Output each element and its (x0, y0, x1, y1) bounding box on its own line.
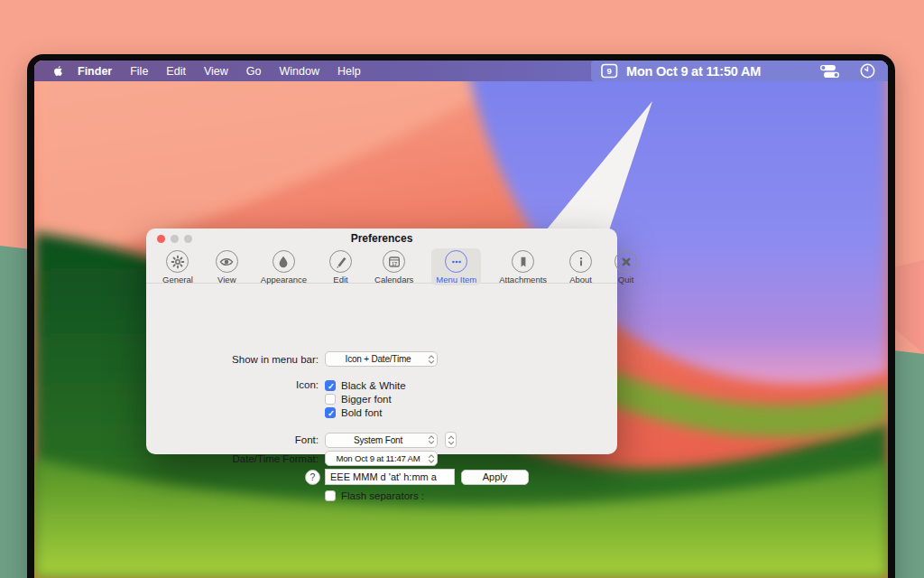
window-title: Preferences (146, 228, 617, 248)
control-center-icon[interactable] (819, 64, 840, 79)
chevron-up-down-icon (425, 434, 437, 445)
apple-logo-icon (52, 64, 64, 78)
traffic-lights (157, 235, 192, 243)
toolbar-item-about[interactable]: About (565, 248, 596, 285)
zoom-window-button[interactable] (184, 235, 192, 243)
gear-icon (166, 250, 189, 273)
icon-options-label: Icon: (146, 378, 325, 392)
checkbox-row[interactable]: Flash separators : (325, 489, 424, 502)
bigger-font-checkbox[interactable] (325, 394, 336, 405)
eye-icon (216, 250, 238, 273)
format-input[interactable] (325, 469, 455, 485)
chevron-up-down-icon (425, 453, 437, 464)
toolbar-label: Appearance (261, 275, 307, 284)
row-show-in-menu-bar: Show in menu bar: Icon + Date/Time (146, 351, 617, 367)
pencil-icon (329, 250, 352, 273)
selected-value: System Font (326, 435, 425, 445)
datetime-format-label: Date/Time Format: (146, 453, 325, 464)
preferences-toolbar: General View Appearance (146, 247, 617, 284)
menu-bar: Finder File Edit View Go Window Help 9 M… (34, 61, 888, 81)
toolbar-label: View (217, 275, 236, 284)
menubar-item-help[interactable]: Help (328, 65, 370, 78)
toolbar-item-view[interactable]: View (211, 248, 243, 285)
menubar-item-view[interactable]: View (195, 65, 237, 78)
toolbar-label: General (162, 275, 193, 284)
icon-checkbox-group: Black & White Bigger font Bold font (325, 378, 406, 419)
bookmark-icon (512, 250, 534, 273)
font-select[interactable]: System Font (325, 433, 438, 448)
ellipsis-icon (445, 250, 467, 273)
selected-value: Mon Oct 9 at 11:47 AM (326, 453, 425, 463)
menubar-status-area[interactable]: 9 Mon Oct 9 at 11:50 AM (591, 61, 888, 81)
chevron-up-down-icon (425, 354, 437, 365)
droplet-icon (273, 250, 295, 273)
calendar-icon: 17 (383, 250, 405, 273)
toolbar-item-general[interactable]: General (158, 248, 198, 285)
menubar-calendar-icon[interactable]: 9 (601, 63, 618, 79)
row-font: Font: System Font (146, 432, 617, 448)
apply-button[interactable]: Apply (461, 470, 529, 485)
black-white-checkbox[interactable] (325, 380, 336, 391)
show-in-menu-bar-select[interactable]: Icon + Date/Time (325, 351, 438, 367)
toolbar-label: Quit (618, 275, 633, 284)
minimize-window-button[interactable] (171, 235, 179, 243)
row-icon-options: Icon: Black & White Bigger font Bold fon… (146, 378, 617, 419)
preferences-window: Preferences General (146, 228, 617, 454)
font-size-stepper[interactable] (445, 432, 457, 448)
toolbar-item-attachments[interactable]: Attachments (494, 248, 551, 285)
clock-icon[interactable] (860, 63, 875, 79)
checkbox-label: Bold font (341, 407, 382, 418)
toolbar-item-appearance[interactable]: Appearance (256, 248, 311, 285)
row-datetime-format: Date/Time Format: Mon Oct 9 at 11:47 AM (146, 451, 617, 466)
svg-text:17: 17 (392, 260, 397, 266)
checkbox-label: Flash separators : (341, 490, 424, 501)
toolbar-label: Menu Item (436, 275, 476, 284)
flash-separators-checkbox[interactable] (325, 490, 336, 501)
menubar-app-name[interactable]: Finder (69, 65, 121, 78)
screen: Finder File Edit View Go Window Help 9 M… (34, 61, 888, 578)
menu-bar-left: Finder File Edit View Go Window Help (34, 64, 370, 78)
menubar-datetime[interactable]: Mon Oct 9 at 11:50 AM (626, 64, 761, 79)
checkbox-row[interactable]: Bigger font (325, 392, 406, 406)
checkbox-label: Bigger font (341, 394, 392, 405)
svg-text:9: 9 (607, 66, 612, 76)
apple-menu[interactable] (47, 64, 69, 78)
row-flash-separators: Flash separators : (146, 489, 617, 502)
toolbar-label: Edit (333, 275, 347, 284)
help-button[interactable]: ? (305, 470, 320, 485)
toolbar-label: Attachments (499, 275, 547, 284)
info-icon (569, 250, 592, 273)
toolbar-label: About (569, 275, 592, 284)
datetime-format-select[interactable]: Mon Oct 9 at 11:47 AM (325, 451, 438, 466)
toolbar-item-edit[interactable]: Edit (325, 248, 356, 285)
checkbox-row[interactable]: Black & White (325, 378, 406, 392)
close-window-button[interactable] (157, 235, 165, 243)
toolbar-item-calendars[interactable]: 17 Calendars (370, 248, 418, 285)
bold-font-checkbox[interactable] (325, 407, 336, 418)
toolbar-item-quit[interactable]: Quit (610, 248, 642, 285)
checkbox-label: Black & White (341, 380, 406, 391)
menubar-item-go[interactable]: Go (237, 65, 271, 78)
toolbar-label: Calendars (374, 275, 413, 284)
selected-value: Icon + Date/Time (326, 354, 425, 364)
toolbar-item-menu-item[interactable]: Menu Item (431, 248, 481, 285)
close-x-icon (614, 250, 637, 273)
menubar-item-edit[interactable]: Edit (157, 65, 195, 78)
show-in-menu-bar-label: Show in menu bar: (146, 354, 325, 365)
menubar-item-file[interactable]: File (121, 65, 157, 78)
menubar-item-window[interactable]: Window (270, 65, 328, 78)
row-custom-format: ? Apply (146, 469, 617, 485)
title-bar[interactable]: Preferences (146, 228, 617, 247)
font-label: Font: (146, 434, 325, 445)
checkbox-row[interactable]: Bold font (325, 406, 406, 419)
menubar-right-icons (819, 63, 875, 79)
